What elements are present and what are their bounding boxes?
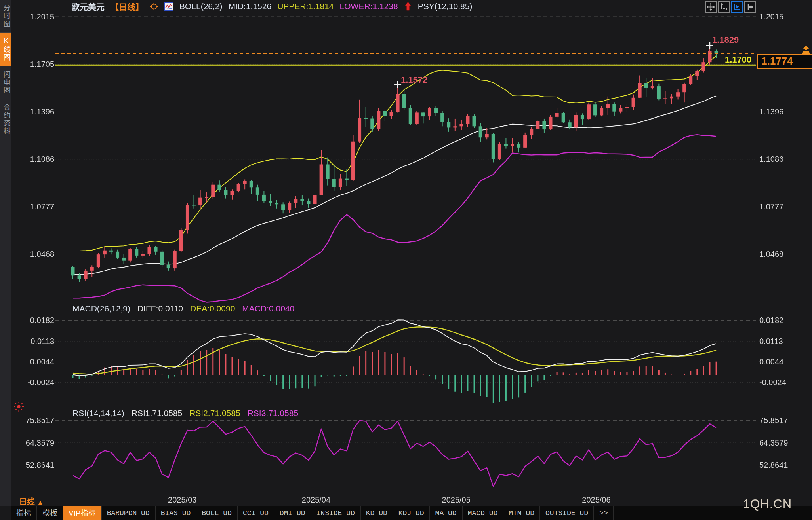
boll-lower-value: LOWER:1.1238 <box>340 2 398 11</box>
price-axis-tick-right-3: 1.1086 <box>759 154 783 164</box>
rsi-pane-header: RSI(14,14,14) RSI1:71.0585 RSI2:71.0585 … <box>72 408 298 418</box>
symbol-name: 欧元美元 <box>71 0 105 12</box>
psy-indicator-name: PSY(12,10,85) <box>418 2 473 11</box>
sidebar-tab-1[interactable]: K线图 <box>0 33 11 66</box>
footer-tab-kd_ud[interactable]: KD_UD <box>361 506 393 520</box>
macd-name: MACD(26,12,9) <box>72 304 130 313</box>
chart-header: 欧元美元 【日线】 BOLL(26,2) MID:1.1526 UPPER:1.… <box>71 2 472 11</box>
last-price-tag[interactable]: 1.1774 <box>757 54 812 69</box>
footer-period-label[interactable]: 日线 ▲ <box>19 495 44 507</box>
sidebar-tab-2[interactable]: 闪电图 <box>0 66 11 99</box>
boll-mid-value: MID:1.1526 <box>229 2 272 11</box>
x-axis-label-3: 2025/06 <box>568 495 624 505</box>
trading-app: { "sidebar": { "tabs": [ {"label": "分时图"… <box>0 0 812 520</box>
rsi-axis-tick-right-0: 75.8517 <box>759 416 788 425</box>
rsi-axis-tick-right-2: 52.8641 <box>759 460 788 470</box>
footer-tab-outside_ud[interactable]: OUTSIDE_UD <box>540 506 594 520</box>
period-badge[interactable]: 【日线】 <box>111 0 144 12</box>
rsi2-value: RSI2:71.0585 <box>189 408 240 418</box>
x-axis-label-1: 2025/04 <box>288 495 344 505</box>
kline-chart-icon[interactable] <box>164 2 173 11</box>
high-price-label: 1.1829 <box>712 35 739 45</box>
footer-tab--[interactable]: 模板 <box>37 506 63 520</box>
footer-tab-boll_ud[interactable]: BOLL_UD <box>196 506 238 520</box>
price-axis-tick-right-2: 1.1396 <box>759 107 783 116</box>
sidebar-tab-3[interactable]: 合约资料 <box>0 99 11 140</box>
indicator-tabbar: 指标模板VIP指标BARUPDN_UDBIAS_UDBOLL_UDCCI_UDD… <box>11 506 812 520</box>
chart-toolbar <box>705 1 756 13</box>
footer-tab-vip-[interactable]: VIP指标 <box>63 506 102 520</box>
footer-tab-bias_ud[interactable]: BIAS_UD <box>156 506 197 520</box>
axis-shift-button[interactable] <box>744 1 756 13</box>
rsi-axis-tick-right-1: 64.3579 <box>759 438 788 448</box>
macd-axis-tick-right-2: 0.0044 <box>759 357 783 366</box>
footer-tab-macd_ud[interactable]: MACD_UD <box>463 506 504 520</box>
price-axis-tick-right-5: 1.0468 <box>759 249 783 259</box>
footer-tab-mtm_ud[interactable]: MTM_UD <box>503 506 540 520</box>
price-axis-tick-right-0: 1.2015 <box>759 12 783 21</box>
footer-tab-barupdn_ud[interactable]: BARUPDN_UD <box>102 506 156 520</box>
crosshair-circle-icon[interactable] <box>150 2 158 11</box>
macd-macd-value: MACD:0.0040 <box>242 304 294 313</box>
watermark: 1QH.CN <box>743 497 792 511</box>
rsi1-value: RSI1:71.0585 <box>132 408 182 418</box>
footer-period-text: 日线 <box>19 497 35 506</box>
footer-tab-dmi_ud[interactable]: DMI_UD <box>274 506 311 520</box>
price-axis-tick-right-4: 1.0777 <box>759 202 783 211</box>
left-sidebar: 分时图K线图闪电图合约资料 <box>0 0 11 506</box>
axis-scale-button[interactable] <box>718 1 730 13</box>
hline-price-label: 1.1700 <box>725 55 751 65</box>
macd-axis-tick-right-0: 0.0182 <box>759 315 783 325</box>
rsi-name: RSI(14,14,14) <box>72 408 124 418</box>
boll-upper-value: UPPER:1.1814 <box>277 2 334 11</box>
macd-diff-value: DIFF:0.0110 <box>137 304 183 313</box>
sidebar-tab-0[interactable]: 分时图 <box>0 0 11 33</box>
footer-tab-cci_ud[interactable]: CCI_UD <box>238 506 274 520</box>
rsi3-value: RSI3:71.0585 <box>248 408 298 418</box>
footer-tab-kdj_ud[interactable]: KDJ_UD <box>393 506 430 520</box>
macd-axis-tick-right-1: 0.0113 <box>759 336 783 346</box>
signal-up-arrow-icon <box>404 2 412 11</box>
pan-crosshair-button[interactable] <box>705 1 717 13</box>
swing-high-label: 1.1572 <box>401 75 427 85</box>
macd-axis-tick-right-3: -0.0024 <box>759 378 786 387</box>
period-up-triangle-icon: ▲ <box>37 499 44 506</box>
footer-tab-ma_ud[interactable]: MA_UD <box>430 506 463 520</box>
axis-play-button[interactable] <box>731 1 743 13</box>
footer-tab--[interactable]: 指标 <box>11 506 37 520</box>
x-axis-label-2: 2025/05 <box>429 495 484 505</box>
boll-indicator-name: BOLL(26,2) <box>179 2 223 11</box>
alert-sun-icon[interactable] <box>13 401 24 412</box>
footer-tab--[interactable]: >> <box>594 506 614 520</box>
macd-pane-header: MACD(26,12,9) DIFF:0.0110 DEA:0.0090 MAC… <box>72 304 294 313</box>
price-up-arrow-icon <box>801 45 811 55</box>
x-axis-label-0: 2025/03 <box>154 495 210 505</box>
footer-tab-inside_ud[interactable]: INSIDE_UD <box>311 506 361 520</box>
macd-dea-value: DEA:0.0090 <box>190 304 235 313</box>
